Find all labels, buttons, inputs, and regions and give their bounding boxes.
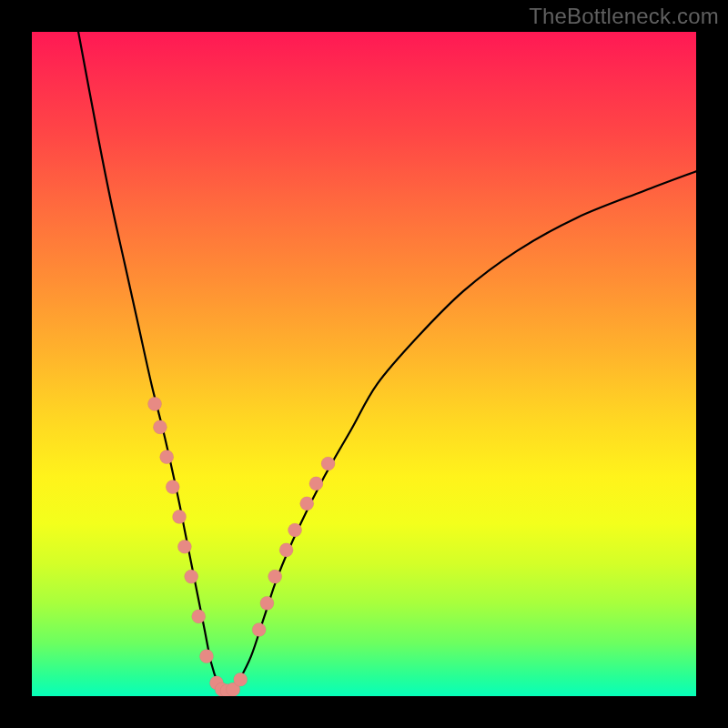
data-point-marker [279,543,293,557]
data-point-marker [321,457,335,470]
data-point-marker [309,477,323,490]
data-point-marker [153,420,167,434]
data-point-marker [260,596,274,610]
data-point-marker [288,523,301,537]
data-point-marker [177,540,191,553]
data-point-marker [147,397,161,410]
chart-frame: TheBottleneck.com [0,0,728,728]
watermark-text: TheBottleneck.com [529,4,719,29]
data-point-marker [234,672,248,686]
data-point-marker [300,497,314,511]
data-point-marker [199,650,213,663]
data-point-marker [252,622,266,636]
plot-area [32,32,696,696]
data-point-marker [160,450,174,464]
data-point-marker [172,510,186,523]
data-point-marker [185,570,198,583]
curve-layer [32,32,696,696]
data-point-marker [268,570,282,583]
bottleneck-curve [78,32,696,694]
data-point-marker [192,610,206,623]
data-point-marker [166,480,179,493]
